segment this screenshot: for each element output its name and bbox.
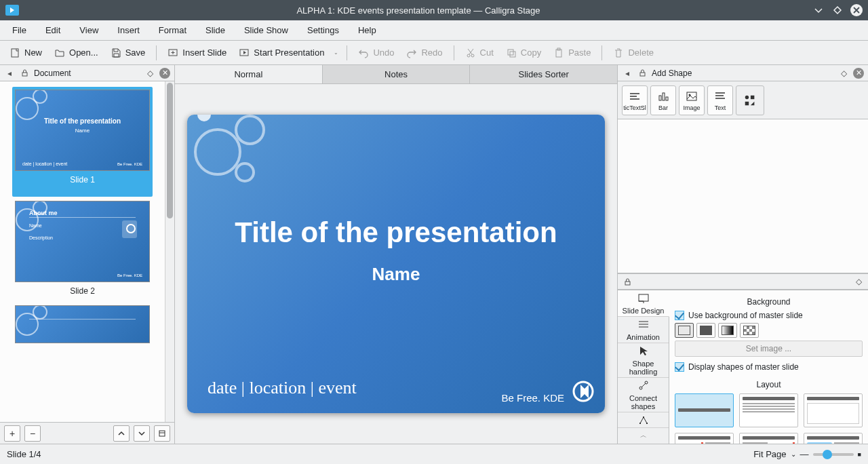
open-icon [54, 47, 65, 58]
shape-artistic-text[interactable]: ticTextSl [622, 85, 648, 115]
dock-float-icon[interactable]: ◂ [4, 68, 15, 79]
dock-menu-icon[interactable]: ◇ [853, 276, 864, 287]
minimize-button[interactable] [812, 4, 825, 16]
zoom-slider[interactable] [813, 453, 854, 456]
checkbox-icon[interactable] [675, 362, 684, 372]
paste-button[interactable]: Paste [548, 43, 596, 62]
slide-title-text[interactable]: Title of the presentation [187, 216, 605, 249]
shape-more[interactable] [736, 85, 764, 115]
shape-text[interactable]: Text [707, 85, 733, 115]
shape-image[interactable]: Image [679, 85, 705, 115]
layout-grid [675, 393, 863, 444]
zoom-mode-label[interactable]: Fit Page [753, 449, 786, 459]
editor-area: Normal Notes Slides Sorter Title of the … [175, 65, 617, 444]
maximize-button[interactable] [831, 4, 844, 16]
set-image-button[interactable]: Set image ... [675, 341, 863, 357]
dock-menu-icon[interactable]: ◇ [838, 68, 849, 79]
menu-settings[interactable]: Settings [298, 21, 349, 39]
dock-float-icon[interactable]: ◂ [622, 68, 633, 79]
checkbox-icon[interactable] [675, 311, 684, 320]
tool-tab-connect-shapes[interactable]: Connect shapes [618, 378, 669, 412]
redo-button[interactable]: Redo [401, 43, 448, 62]
undo-button[interactable]: Undo [353, 43, 399, 62]
open-button[interactable]: Open... [49, 43, 104, 62]
fill-gradient[interactable] [718, 323, 737, 338]
layout-header-body[interactable] [804, 393, 863, 427]
insert-slide-button[interactable]: Insert Slide [162, 43, 232, 62]
fill-pattern[interactable] [740, 323, 759, 338]
menu-slideshow[interactable]: Slide Show [235, 21, 298, 39]
svg-point-19 [745, 96, 749, 99]
fill-solid[interactable] [696, 323, 715, 338]
layout-chart-text[interactable] [675, 433, 734, 444]
add-slide-button[interactable]: + [4, 425, 20, 442]
display-shapes-row[interactable]: Display shapes of master slide [675, 362, 863, 372]
slide-canvas[interactable]: Title of the presentation Name date | lo… [187, 115, 605, 413]
zoom-in-button[interactable]: ■ [858, 451, 861, 458]
connect-icon [637, 379, 650, 391]
copy-button[interactable]: Copy [500, 43, 547, 62]
layout-image-text[interactable] [804, 433, 863, 444]
svg-rect-13 [640, 73, 645, 76]
zoom-dropdown-icon[interactable]: ⌄ [791, 450, 796, 458]
bar-chart-icon [656, 90, 670, 103]
move-down-button[interactable] [134, 425, 150, 442]
slide-options-button[interactable] [154, 425, 170, 442]
menu-view[interactable]: View [70, 21, 108, 39]
layout-title-content[interactable] [739, 393, 798, 427]
tool-tab-edit-path[interactable] [618, 412, 669, 428]
fill-none[interactable] [675, 323, 694, 338]
play-icon [239, 47, 250, 58]
tab-slides-sorter[interactable]: Slides Sorter [470, 65, 617, 83]
menu-format[interactable]: Format [149, 21, 196, 39]
new-button[interactable]: New [4, 43, 47, 62]
menu-bar: File Edit View Insert Format Slide Slide… [0, 20, 868, 41]
dock-close-button[interactable]: ✕ [159, 68, 170, 79]
layout-text-chart[interactable] [739, 433, 798, 444]
slide-footer-text[interactable]: date | location | event [208, 378, 357, 398]
shape-toolbar: ticTextSl Bar Image Text [618, 81, 868, 119]
lock-icon[interactable] [19, 68, 30, 79]
svg-point-3 [467, 54, 470, 57]
start-presentation-button[interactable]: Start Presentation [233, 43, 330, 62]
tool-tab-animation[interactable]: Animation [618, 317, 669, 343]
svg-point-4 [471, 54, 474, 57]
move-up-button[interactable] [113, 425, 130, 442]
tool-tab-shape-handling[interactable]: Shape handling [618, 343, 669, 378]
slide-thumb-1[interactable]: Title of the presentation Name date | lo… [12, 87, 153, 197]
slide-thumb-2[interactable]: About me Name Description Be Free. KDE S… [15, 201, 150, 296]
tab-notes[interactable]: Notes [323, 65, 471, 83]
lock-icon[interactable] [622, 276, 633, 287]
layout-title-only[interactable] [675, 393, 734, 427]
use-master-bg-row[interactable]: Use background of master slide [675, 311, 863, 320]
slide-thumb-3[interactable] [15, 305, 150, 343]
menu-file[interactable]: File [3, 21, 36, 39]
menu-edit[interactable]: Edit [36, 21, 70, 39]
svg-rect-6 [510, 52, 515, 57]
lock-icon[interactable] [637, 68, 648, 79]
dock-close-button[interactable]: ✕ [853, 68, 864, 79]
document-dock-header: ◂ Document ◇ ✕ [0, 65, 174, 81]
svg-rect-15 [663, 93, 665, 100]
close-button[interactable] [850, 4, 863, 16]
delete-button[interactable]: Delete [608, 43, 659, 62]
remove-slide-button[interactable]: − [24, 425, 41, 442]
shape-bar[interactable]: Bar [650, 85, 676, 115]
slide-scrollbar[interactable] [165, 81, 174, 422]
scroll-up-icon[interactable]: ︿ [640, 431, 647, 440]
dock-menu-icon[interactable]: ◇ [144, 68, 155, 79]
menu-help[interactable]: Help [349, 21, 386, 39]
menu-slide[interactable]: Slide [196, 21, 235, 39]
tab-normal[interactable]: Normal [175, 65, 323, 83]
tool-tab-slide-design[interactable]: Slide Design [618, 290, 669, 317]
svg-rect-16 [666, 97, 668, 100]
canvas-area[interactable]: Title of the presentation Name date | lo… [175, 84, 617, 444]
cut-button[interactable]: Cut [460, 43, 499, 62]
save-button[interactable]: Save [105, 43, 151, 62]
zoom-out-button[interactable]: — [800, 449, 809, 459]
presentation-dropdown[interactable]: ⌄ [331, 50, 341, 56]
copy-icon [506, 47, 517, 58]
slide-name-text[interactable]: Name [187, 264, 605, 285]
menu-insert[interactable]: Insert [108, 21, 149, 39]
scroll-down-icon[interactable]: ﹀ [640, 442, 647, 444]
